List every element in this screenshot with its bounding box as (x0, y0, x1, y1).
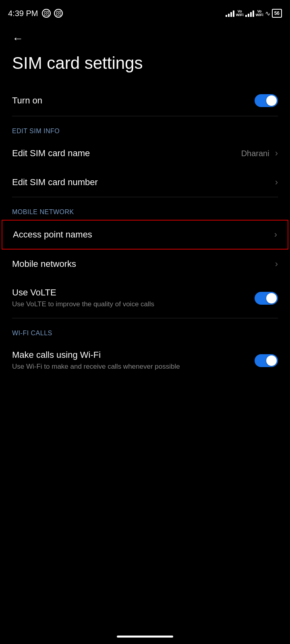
edit-sim-name-label: Edit SIM card name (12, 148, 241, 159)
edit-sim-number-chevron: › (275, 177, 278, 188)
make-wifi-calls-toggle[interactable] (255, 354, 278, 367)
edit-sim-name-right: Dharani › (241, 148, 278, 159)
signal-bars-2 (245, 10, 254, 17)
use-volte-toggle-container (255, 292, 278, 305)
svg-point-2 (48, 12, 48, 12)
back-button[interactable]: ← (0, 24, 290, 49)
edit-sim-name-chevron: › (275, 148, 278, 159)
vo-wifi-badge-1: Vo WiFi (236, 10, 244, 17)
home-indicator (117, 636, 173, 638)
use-volte-subtitle: Use VoLTE to improve the quality of voic… (12, 299, 205, 309)
turn-on-label: Turn on (12, 95, 255, 106)
status-bar: 4:39 PM (0, 0, 290, 24)
mobile-networks-chevron: › (275, 259, 278, 269)
instagram-icon (42, 9, 51, 18)
svg-rect-0 (44, 11, 49, 16)
use-volte-toggle-thumb (266, 293, 277, 303)
svg-rect-3 (56, 11, 61, 16)
signal-bars-1 (226, 10, 234, 17)
camera-icon (54, 9, 63, 18)
edit-sim-name-item[interactable]: Edit SIM card name Dharani › (0, 139, 290, 168)
svg-point-4 (58, 12, 59, 14)
mobile-networks-label: Mobile networks (12, 259, 275, 269)
edit-sim-number-label: Edit SIM card number (12, 177, 275, 188)
make-wifi-calls-toggle-container (255, 354, 278, 367)
edit-sim-number-item[interactable]: Edit SIM card number › (0, 168, 290, 197)
app-icons (42, 9, 63, 18)
turn-on-toggle-container (255, 94, 278, 107)
svg-point-5 (60, 12, 60, 12)
status-time: 4:39 PM (8, 9, 38, 18)
turn-on-item[interactable]: Turn on (0, 85, 290, 116)
turn-on-toggle-thumb (266, 95, 277, 106)
use-volte-label: Use VoLTE (12, 287, 255, 298)
edit-sim-info-header: EDIT SIM INFO (0, 116, 290, 139)
svg-point-1 (46, 12, 47, 14)
mobile-networks-right: › (275, 259, 278, 269)
wifi-calls-header: WI-FI CALLS (0, 318, 290, 341)
make-wifi-calls-toggle-thumb (266, 355, 277, 366)
mobile-networks-item[interactable]: Mobile networks › (0, 250, 290, 279)
make-wifi-calls-label: Make calls using Wi-Fi (12, 350, 255, 360)
use-volte-toggle[interactable] (255, 292, 278, 305)
page-title: SIM card settings (0, 49, 290, 85)
make-wifi-calls-item[interactable]: Make calls using Wi-Fi Use Wi-Fi to make… (0, 341, 290, 380)
turn-on-toggle[interactable] (255, 94, 278, 107)
battery-icon: 56 (272, 9, 282, 18)
edit-sim-number-right: › (275, 177, 278, 188)
wifi-icon: ∿ (265, 10, 270, 17)
access-point-names-chevron: › (274, 229, 277, 240)
vo-wifi-badge-2: Vo WiFi (256, 10, 263, 17)
access-point-names-item[interactable]: Access point names › (2, 220, 288, 250)
use-volte-item[interactable]: Use VoLTE Use VoLTE to improve the quali… (0, 279, 290, 318)
make-wifi-calls-subtitle: Use Wi-Fi to make and receive calls when… (12, 362, 205, 372)
mobile-network-header: MOBILE NETWORK (0, 197, 290, 220)
access-point-names-right: › (274, 229, 277, 240)
access-point-names-label: Access point names (13, 229, 274, 240)
edit-sim-name-value: Dharani (241, 149, 269, 158)
status-right-group: Vo WiFi Vo WiFi ∿ 56 (226, 9, 282, 18)
